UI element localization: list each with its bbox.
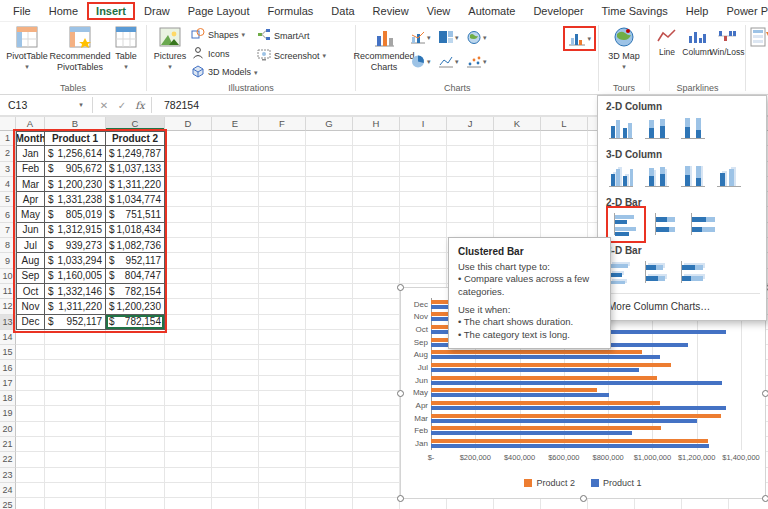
cell[interactable]: $1,037,133 (106, 162, 165, 177)
cell[interactable] (165, 498, 212, 509)
cell[interactable] (212, 192, 259, 207)
cell[interactable] (306, 284, 353, 299)
cell[interactable] (16, 422, 45, 437)
cell[interactable] (212, 360, 259, 375)
cell[interactable] (45, 422, 106, 437)
cell[interactable] (306, 223, 353, 238)
cell[interactable] (400, 146, 447, 161)
cell[interactable] (165, 360, 212, 375)
table-button[interactable]: Table ▾ (108, 23, 144, 81)
cell[interactable] (306, 391, 353, 406)
cell[interactable] (494, 223, 541, 238)
cell[interactable] (165, 207, 212, 222)
column-header-k[interactable]: K (494, 117, 541, 131)
screenshot-button[interactable]: Screenshot ▾ (257, 46, 337, 65)
cell[interactable] (212, 269, 259, 284)
cell[interactable]: $952,117 (106, 253, 165, 268)
cell[interactable] (353, 452, 400, 467)
cell[interactable] (106, 406, 165, 421)
cell[interactable] (353, 131, 400, 146)
insert-function-icon[interactable]: fx (131, 100, 149, 111)
cell[interactable] (353, 146, 400, 161)
cell[interactable] (45, 468, 106, 483)
cell[interactable] (400, 269, 447, 284)
cell[interactable] (45, 437, 106, 452)
cell[interactable] (306, 437, 353, 452)
cell[interactable]: $1,018,434 (106, 223, 165, 238)
cell[interactable]: $782,154 (106, 284, 165, 299)
cell[interactable] (353, 315, 400, 330)
cell[interactable] (259, 177, 306, 192)
tab-view[interactable]: View (418, 2, 460, 20)
column-header-h[interactable]: H (353, 117, 400, 131)
tab-draw[interactable]: Draw (135, 2, 179, 20)
cell[interactable] (165, 315, 212, 330)
cell[interactable] (212, 253, 259, 268)
cell[interactable] (45, 498, 106, 509)
cell[interactable] (447, 223, 494, 238)
cell[interactable] (165, 468, 212, 483)
insert-map-chart-button[interactable]: ▾ (466, 26, 493, 49)
cell[interactable] (212, 330, 259, 345)
pivottable-button[interactable]: PivotTable ▾ (2, 23, 52, 81)
chart-type-icon-stacked100-bar[interactable] (688, 211, 718, 238)
cell[interactable] (353, 238, 400, 253)
cell[interactable] (45, 376, 106, 391)
cell[interactable] (353, 162, 400, 177)
cell[interactable]: May (16, 207, 45, 222)
cell[interactable] (165, 162, 212, 177)
cell[interactable] (212, 498, 259, 509)
cell[interactable] (259, 253, 306, 268)
cell[interactable] (541, 177, 588, 192)
cell[interactable] (212, 299, 259, 314)
cell[interactable] (212, 223, 259, 238)
cell[interactable] (212, 162, 259, 177)
cell[interactable] (165, 437, 212, 452)
cell[interactable] (212, 146, 259, 161)
cell[interactable] (259, 192, 306, 207)
cell[interactable] (212, 131, 259, 146)
chart-resize-handle[interactable] (397, 495, 404, 502)
cell[interactable] (259, 483, 306, 498)
cell[interactable] (306, 376, 353, 391)
cell[interactable] (165, 452, 212, 467)
cell[interactable] (165, 223, 212, 238)
cell[interactable] (259, 315, 306, 330)
cell[interactable] (494, 177, 541, 192)
cell[interactable]: $1,034,774 (106, 192, 165, 207)
cell[interactable] (212, 437, 259, 452)
cell[interactable] (400, 131, 447, 146)
cell[interactable] (106, 376, 165, 391)
cell[interactable] (45, 483, 106, 498)
cell[interactable] (259, 452, 306, 467)
cell[interactable] (259, 131, 306, 146)
row-header-15[interactable]: 15 (0, 345, 16, 360)
cell[interactable]: $1,033,294 (45, 253, 106, 268)
column-header-i[interactable]: I (400, 117, 447, 131)
cell[interactable] (353, 406, 400, 421)
cell[interactable] (165, 376, 212, 391)
cell[interactable] (165, 284, 212, 299)
chart-type-icon-stacked100-column-3d[interactable] (678, 163, 708, 190)
cell[interactable] (106, 330, 165, 345)
cell[interactable] (106, 483, 165, 498)
cell[interactable] (165, 269, 212, 284)
cell[interactable]: $952,117 (45, 315, 106, 330)
cell[interactable] (400, 177, 447, 192)
cell[interactable] (259, 360, 306, 375)
cell[interactable] (212, 483, 259, 498)
sparkline-line-button[interactable]: Line (652, 23, 682, 81)
cell[interactable] (306, 330, 353, 345)
cell[interactable]: $1,332,146 (45, 284, 106, 299)
cell[interactable]: Nov (16, 299, 45, 314)
cell[interactable]: $1,312,915 (45, 223, 106, 238)
cell[interactable] (682, 498, 729, 509)
cell[interactable] (494, 207, 541, 222)
cell[interactable] (353, 177, 400, 192)
insert-hierarchy-chart-button[interactable]: ▾ (438, 26, 465, 49)
chart-type-icon-clustered-column[interactable] (606, 115, 636, 142)
3d-map-button[interactable]: 3D Map ▾ (601, 23, 647, 81)
cell[interactable] (16, 406, 45, 421)
cell[interactable]: $751,511 (106, 207, 165, 222)
cell[interactable] (353, 223, 400, 238)
